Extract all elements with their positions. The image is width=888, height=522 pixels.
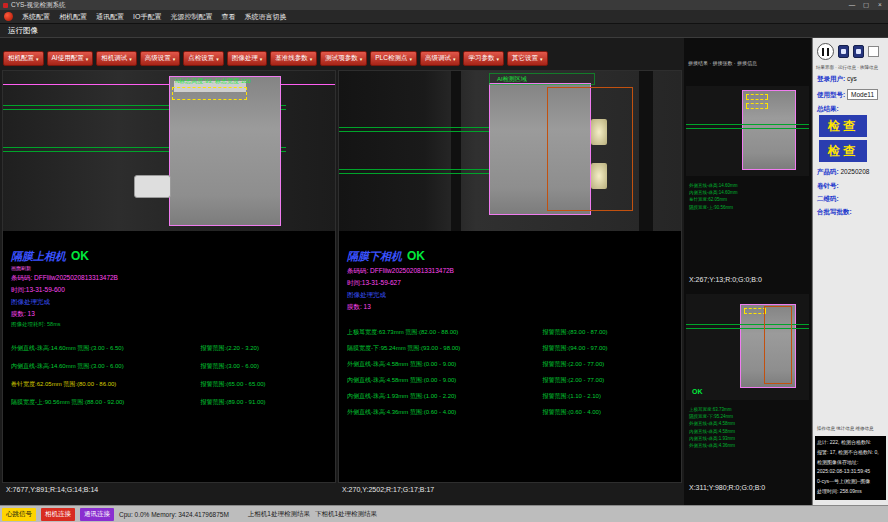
toolbar-button-label: 高级调试 [425,54,451,63]
model-label: 使用型号: [817,91,845,98]
machine-slot [639,71,653,231]
left-camera-image[interactable]: N标志高度:93; 标志宽度:100 [3,71,335,231]
side-panel-tabs[interactable]: 结果界面 · 运行信息 · 故障信息 [816,65,878,70]
dropdown-caret-icon: ▾ [173,56,176,62]
detect-roi-box [547,87,633,211]
product-code-value: 20250208 [840,168,869,175]
model-row: 使用型号: Mode11 [817,89,878,100]
toolbar-button-label: 点检设置 [188,54,214,63]
time-text: 时间:13-31-59-600 [11,286,327,295]
toolbar-button-advanced-debug[interactable]: 高级调试▾ [420,51,461,66]
toolbar-button-baseline-params[interactable]: 基准线参数▾ [270,51,317,66]
toolbar-button-label: PLC检测点 [375,54,407,63]
menu-item-view[interactable]: 查看 [221,12,235,22]
cpu-memory-readout: Cpu: 0.0% Memory: 3424.41796875M [119,511,229,518]
toolbar-button-label: 学习参数 [468,54,494,63]
batch-row: 合批写批数: [817,208,852,217]
close-button[interactable]: × [875,1,885,9]
mini-measure: 上极耳宽度:63.73mm [689,406,735,413]
menu-item-language[interactable]: 系统语言切换 [244,12,286,22]
toolbar-button-advanced-settings[interactable]: 高级设置▾ [140,51,181,66]
toolbar-button-camera-config[interactable]: 相机配置▾ [3,51,44,66]
stats-line: 报警: 17, 检测不合格数N: 0, [817,448,884,458]
heartbeat-status-badge: 心跳信号 [2,508,36,521]
toolbar: 相机配置▾ AI使用配置▾ 相机调试▾ 高级设置▾ 点检设置▾ 图像处理▾ 基准… [3,51,548,66]
toolbar-button-test-params[interactable]: 测试项参数▾ [320,51,367,66]
menu-item-light-config[interactable]: 光源控制配置 [170,12,212,22]
left-camera-results: 隔膜上相机 OK 画面刷新 条码码: DFFliiw20250208133134… [3,231,335,407]
stats-line: 检测图像保存地址: [817,458,884,468]
camera-connection-badge: 相机连接 [41,508,75,521]
menu-item-system-config[interactable]: 系统配置 [22,12,50,22]
dropdown-caret-icon: ▾ [496,56,499,62]
measure-value: 外侧直线-珠高:4.36mm 范围:(0.60 - 4.00) [347,408,543,417]
stats-line: 总计: 222, 检测合格数N: [817,438,884,448]
lower-camera-result-text: 下相机1处理检测结果 [315,510,377,519]
stats-log: 总计: 222, 检测合格数N: 报警: 17, 检测不合格数N: 0, 检测图… [815,436,886,500]
dropdown-caret-icon: ▾ [360,56,363,62]
menu-item-io-config[interactable]: IO手配置 [133,12,161,22]
toolbar-button-label: 相机调试 [101,54,127,63]
camera-name: 隔膜下相机 [347,249,402,264]
toolbar-button-other-settings[interactable]: 其它设置▾ [507,51,548,66]
toolbar-button-plc-points[interactable]: PLC检测点▾ [370,51,417,66]
login-user-label: 登录用户: [817,75,845,82]
mark-roi-box [172,87,247,100]
measurement-row: 隔膜宽度-下:95.24mm 范围:(93.00 - 98.00)报警范围:(9… [347,344,673,353]
dropdown-caret-icon: ▾ [409,56,412,62]
mini-measure: 内侧直线-珠高:4.58mm [689,428,735,435]
measurement-row: 外侧直线-珠高:14.60mm 范围:(3.00 - 6.50)报警范围:(2.… [11,344,327,353]
stats-line: 处理时间: 258.09ms [817,487,884,497]
barcode-text: 条码码: DFFliiw2025020813313472B [11,274,327,283]
mini-measure: 外侧直线-珠高:4.36mm [689,442,735,449]
pin-number-row: 卷针号: [817,182,839,191]
toolbar-button-ai-config[interactable]: AI使用配置▾ [47,51,94,66]
alarm-range: 报警范围:(2.20 - 3.20) [201,344,327,353]
menu-item-camera-config[interactable]: 相机配置 [59,12,87,22]
pause-icon [822,48,829,56]
thumbnail-header: 拼接结果 · 拼接张数 · 拼接信息 [688,60,757,66]
tab-run-image[interactable]: 运行图像 [8,26,38,36]
alarm-range: 报警范围:(65.00 - 65.00) [201,380,327,389]
stats-tabs[interactable]: 操作信息 统计信息 维修信息 [817,426,874,431]
measure-value: 上极耳宽度:63.73mm 范围:(82.00 - 88.00) [347,328,543,337]
mini-measure: 隔膜宽度-上:90.56mm [689,204,738,211]
right-camera-image[interactable]: AI检测区域 [339,71,681,231]
bottom-thumbnail[interactable]: OK [686,294,809,400]
menu-item-comm-config[interactable]: 通讯配置 [96,12,124,22]
model-select[interactable]: Mode11 [847,89,878,100]
dropdown-caret-icon: ▾ [216,56,219,62]
status-bar: 心跳信号 相机连接 通讯连接 Cpu: 0.0% Memory: 3424.41… [0,505,888,522]
barcode-text: 条码码: DFFliiw2025020813313472B [347,267,673,276]
toolbar-button-learning-params[interactable]: 学习参数▾ [463,51,504,66]
toolbar-button-label: 其它设置 [512,54,538,63]
measure-value: 内侧直线-珠高:4.58mm 范围:(0.00 - 9.00) [347,376,543,385]
tab-bar: 运行图像 [0,24,888,38]
lock-icon-button[interactable] [853,45,864,58]
blank-toggle-button[interactable] [868,46,879,57]
dropdown-caret-icon: ▾ [260,56,263,62]
pause-button[interactable] [817,43,834,60]
measure-value: 卷针宽度:62.05mm 范围:(80.00 - 86.00) [11,380,201,389]
elapsed-text: 图像处理耗时: 58ms [11,321,327,328]
measurement-list: 上极耳宽度:63.73mm 范围:(82.00 - 88.00)报警范围:(83… [347,328,673,417]
toolbar-button-image-process[interactable]: 图像处理▾ [227,51,268,66]
process-status: 图像处理完成 [347,291,673,300]
toolbar-button-spot-check[interactable]: 点检设置▾ [183,51,224,66]
overlay-green-line [686,124,809,125]
bottom-thumbnail-results: 上极耳宽度:63.73mm 隔膜宽度-下:95.24mm 外侧直线-珠高:4.5… [689,406,735,449]
time-text: 时间:13-31-59-627 [347,279,673,288]
result-box-top: 检查 [819,115,867,137]
camera-name: 隔膜上相机 [11,249,66,264]
toolbar-button-camera-debug[interactable]: 相机调试▾ [96,51,137,66]
right-pixel-readout: X:270,Y:2502;R:17;G:17;B:17 [342,486,434,493]
camera-icon-button[interactable] [838,45,849,58]
top-thumbnail[interactable] [686,86,809,176]
right-camera-results: 隔膜下相机 OK 条码码: DFFliiw2025020813313472B 时… [339,231,681,417]
maximize-button[interactable]: ▢ [861,1,871,9]
menu-bar: 系统配置 相机配置 通讯配置 IO手配置 光源控制配置 查看 系统语言切换 [0,10,888,24]
top-thumbnail-results: 外侧直线-珠高:14.60mm 内侧直线-珠高:14.60mm 卷针宽度:62.… [689,182,738,211]
minimize-button[interactable]: — [847,1,857,9]
dropdown-caret-icon: ▾ [129,56,132,62]
total-result-label: 总结果: [817,105,839,112]
